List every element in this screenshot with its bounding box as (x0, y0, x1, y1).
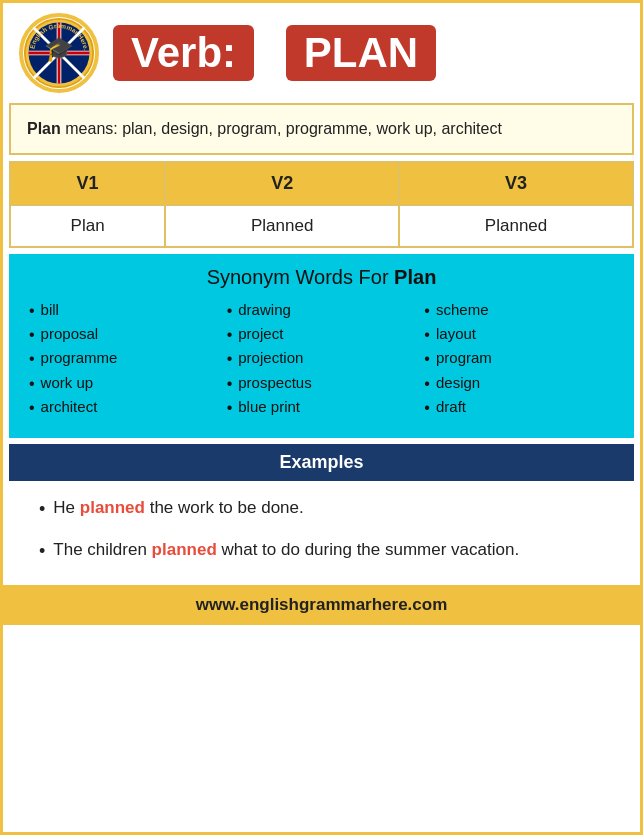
synonym-col-2: drawing project projection prospectus bl… (223, 301, 421, 422)
means-text: means: plan, design, program, programme,… (65, 120, 502, 137)
synonym-columns: bill proposal programme work up architec… (25, 301, 618, 422)
synonym-title-start: Synonym Words For (207, 266, 394, 288)
synonym-section: Synonym Words For Plan bill proposal pro… (9, 254, 634, 438)
synonym-title-bold: Plan (394, 266, 436, 288)
list-item: projection (227, 349, 417, 368)
list-item: scheme (424, 301, 614, 320)
cell-v2: Planned (165, 205, 399, 247)
cell-v1: Plan (10, 205, 165, 247)
footer-url: www.englishgrammarhere.com (196, 595, 448, 614)
list-item: programme (29, 349, 219, 368)
examples-header: Examples (9, 444, 634, 481)
list-item: project (227, 325, 417, 344)
svg-text:🎓: 🎓 (44, 34, 74, 63)
list-item: proposal (29, 325, 219, 344)
verb-table: V1 V2 V3 Plan Planned Planned (9, 161, 634, 248)
header-section: 🎓 English Grammar Here.Com Verb: PLAN (3, 3, 640, 103)
logo-svg: 🎓 English Grammar Here.Com (23, 14, 95, 92)
col-v3: V3 (399, 162, 633, 205)
list-item: design (424, 374, 614, 393)
example-item-2: The children planned what to do during t… (39, 537, 614, 565)
synonym-col-1: bill proposal programme work up architec… (25, 301, 223, 422)
list-item: program (424, 349, 614, 368)
list-item: draft (424, 398, 614, 417)
list-item: architect (29, 398, 219, 417)
cell-v3: Planned (399, 205, 633, 247)
example-1-text: He planned the work to be done. (53, 495, 303, 521)
list-item: drawing (227, 301, 417, 320)
col-v1: V1 (10, 162, 165, 205)
footer: www.englishgrammarhere.com (3, 585, 640, 625)
list-item: work up (29, 374, 219, 393)
synonym-col-3: scheme layout program design draft (420, 301, 618, 422)
verb-label: Verb: (113, 25, 254, 81)
table-data-row: Plan Planned Planned (10, 205, 633, 247)
list-item: bill (29, 301, 219, 320)
means-section: Plan means: plan, design, program, progr… (9, 103, 634, 155)
example-2-text: The children planned what to do during t… (53, 537, 519, 563)
example-2-highlight: planned (152, 540, 217, 559)
example-1-highlight: planned (80, 498, 145, 517)
list-item: prospectus (227, 374, 417, 393)
logo: 🎓 English Grammar Here.Com (19, 13, 99, 93)
synonym-title: Synonym Words For Plan (25, 266, 618, 289)
list-item: layout (424, 325, 614, 344)
table-header-row: V1 V2 V3 (10, 162, 633, 205)
means-bold-word: Plan (27, 120, 61, 137)
col-v2: V2 (165, 162, 399, 205)
verb-title: Verb: PLAN (113, 25, 624, 81)
list-item: blue print (227, 398, 417, 417)
example-item-1: He planned the work to be done. (39, 495, 614, 523)
examples-body: He planned the work to be done. The chil… (9, 481, 634, 579)
verb-word-badge: PLAN (286, 25, 436, 81)
